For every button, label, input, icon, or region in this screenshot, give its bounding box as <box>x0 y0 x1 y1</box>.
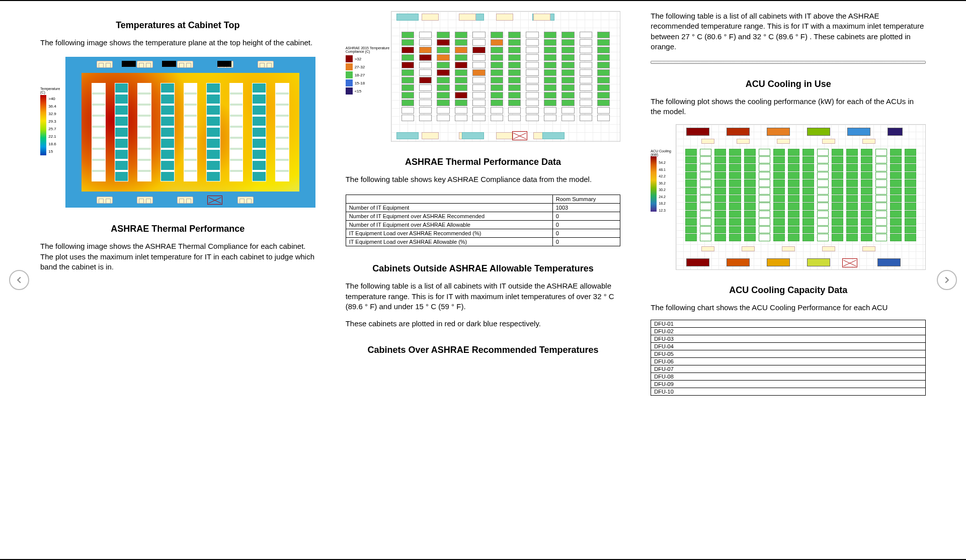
dfu-cell: DFU-03 <box>651 335 926 342</box>
heading-acu-cooling-capacity: ACU Cooling Capacity Data <box>651 285 926 296</box>
tick: 29.3 <box>48 118 56 125</box>
prev-page-button[interactable] <box>9 270 29 290</box>
para-cabinets-outside-2: These cabinets are plotted in red or dar… <box>346 319 621 329</box>
tick: 25.7 <box>48 125 56 133</box>
table-row: Number of IT Equipment over ASHRAE Allow… <box>346 221 620 229</box>
legend-label: 15-18 <box>355 81 365 85</box>
table-row: DFU-07 <box>651 365 926 372</box>
table-row: DFU-02 <box>651 327 926 335</box>
table-dfu-list: DFU-01DFU-02DFU-03DFU-04DFU-05DFU-06DFU-… <box>651 320 926 396</box>
chevron-right-icon <box>943 276 950 284</box>
table-cell-label: IT Equipment Load over ASHRAE Recommende… <box>346 229 552 238</box>
compliance-grid-canvas <box>391 11 621 142</box>
cooling-grid-canvas <box>676 124 926 270</box>
table-cell-value: 0 <box>552 221 620 229</box>
heatmap-ticks: >40 36.4 32.9 29.3 25.7 22.1 18.6 15 <box>48 95 56 155</box>
table-row: IT Equipment Load over ASHRAE Allowable … <box>346 238 620 246</box>
cooling-legend-title: ACU Cooling (kW) <box>651 149 676 156</box>
table-row: DFU-05 <box>651 350 926 357</box>
column-1: Temperatures at Cabinet Top The followin… <box>40 11 315 554</box>
legend-label: <15 <box>355 89 362 94</box>
column-3: The following table is a list of all cab… <box>651 11 926 554</box>
heading-ashrae-performance-data: ASHRAE Thermal Performance Data <box>346 157 621 167</box>
tick: 54.2 <box>659 159 666 166</box>
table-cell-value: 0 <box>552 212 620 221</box>
legend-row: >32 <box>346 55 391 62</box>
heading-cabinets-over-recommended: Cabinets Over ASHRAE Recommended Tempera… <box>346 345 621 355</box>
heatmap-legend-title: Temperature (C) <box>40 87 65 94</box>
heatmap-canvas <box>65 57 315 208</box>
heading-cabinets-outside-allowable: Cabinets Outside ASHRAE Allowable Temper… <box>346 263 621 274</box>
dfu-cell: DFU-07 <box>651 365 926 372</box>
table-row: DFU-03 <box>651 335 926 342</box>
heading-acu-cooling-in-use: ACU Cooling in Use <box>651 79 926 89</box>
next-page-button[interactable] <box>937 270 957 290</box>
dfu-cell: DFU-01 <box>651 320 926 327</box>
para-acu-cooling-intro: The following plot shows the cooling per… <box>651 97 926 117</box>
dfu-cell: DFU-08 <box>651 372 926 380</box>
legend-row: 18-27 <box>346 71 391 78</box>
dfu-cell: DFU-05 <box>651 350 926 357</box>
legend-label: 27-32 <box>355 65 365 69</box>
tick: 18.2 <box>659 200 666 207</box>
legend-label: >32 <box>355 57 362 61</box>
divider <box>651 61 926 64</box>
compliance-legend: ASHRAE 2015 Temperature Compliance (C) >… <box>346 11 391 142</box>
table-row: DFU-10 <box>651 388 926 395</box>
table-cell-value: 0 <box>552 229 620 238</box>
tick: 22.1 <box>48 133 56 140</box>
tick: 32.9 <box>48 110 56 118</box>
para-ashrae-thermal-performance: The following image shows the ASHRAE The… <box>40 241 315 272</box>
table-row: Number of IT Equipment over ASHRAE Recom… <box>346 212 620 221</box>
heatmap-legend: Temperature (C) >40 36.4 32.9 29.3 25.7 … <box>40 57 65 208</box>
heading-temperatures-cabinet-top: Temperatures at Cabinet Top <box>40 20 315 31</box>
figure-compliance-grid: ASHRAE 2015 Temperature Compliance (C) >… <box>346 11 621 142</box>
para-cabinets-outside-1: The following table is a list of all cab… <box>346 281 621 312</box>
cooling-ticks: 54.2 48.1 42.2 36.2 30.2 24.2 18.2 12.3 <box>659 159 666 215</box>
table-row: DFU-06 <box>651 357 926 365</box>
column-2: ASHRAE 2015 Temperature Compliance (C) >… <box>346 11 621 554</box>
table-row: IT Equipment Load over ASHRAE Recommende… <box>346 229 620 238</box>
table-cell-label: Number of IT Equipment over ASHRAE Recom… <box>346 212 552 221</box>
cooling-colorbar <box>651 156 657 212</box>
tick: >40 <box>48 95 56 103</box>
table-header-blank <box>346 195 552 204</box>
figure-acu-cooling: ACU Cooling (kW) 54.2 48.1 42.2 36.2 30.… <box>651 124 926 270</box>
table-ashrae-compliance: Room Summary Number of IT Equipment1003N… <box>346 195 621 246</box>
para-cabinets-over-recommended: The following table is a list of all cab… <box>651 11 926 52</box>
para-ashrae-performance-data: The following table shows key ASHRAE Com… <box>346 174 621 184</box>
table-cell-value: 1003 <box>552 204 620 212</box>
dfu-cell: DFU-02 <box>651 327 926 335</box>
table-row: DFU-08 <box>651 372 926 380</box>
legend-swatch <box>346 55 353 62</box>
heatmap-colorbar <box>40 95 46 155</box>
table-row: Number of IT Equipment1003 <box>346 204 620 212</box>
table-cell-value: 0 <box>552 238 620 246</box>
tick: 36.2 <box>659 180 666 187</box>
para-acu-cooling-capacity: The following chart shows the ACU Coolin… <box>651 303 926 313</box>
tick: 36.4 <box>48 103 56 110</box>
cooling-legend: ACU Cooling (kW) 54.2 48.1 42.2 36.2 30.… <box>651 124 676 270</box>
dfu-cell: DFU-04 <box>651 342 926 350</box>
table-cell-label: Number of IT Equipment over ASHRAE Allow… <box>346 221 552 229</box>
table-row: DFU-09 <box>651 380 926 388</box>
tick: 15 <box>48 148 56 155</box>
tick: 12.3 <box>659 207 666 214</box>
dfu-cell: DFU-06 <box>651 357 926 365</box>
para-temperatures-intro: The following image shows the temperatur… <box>40 38 315 48</box>
tick: 24.2 <box>659 194 666 201</box>
legend-row: <15 <box>346 87 391 95</box>
legend-row: 15-18 <box>346 79 391 86</box>
page-columns: Temperatures at Cabinet Top The followin… <box>0 1 966 559</box>
tick: 30.2 <box>659 186 666 194</box>
legend-swatch <box>346 79 353 86</box>
table-row: DFU-04 <box>651 342 926 350</box>
legend-row: 27-32 <box>346 63 391 70</box>
table-cell-label: Number of IT Equipment <box>346 204 552 212</box>
chevron-left-icon <box>16 276 23 284</box>
legend-swatch <box>346 87 353 95</box>
table-cell-label: IT Equipment Load over ASHRAE Allowable … <box>346 238 552 246</box>
table-row: Room Summary <box>346 195 620 204</box>
legend-swatch <box>346 71 353 78</box>
legend-label: 18-27 <box>355 73 365 77</box>
